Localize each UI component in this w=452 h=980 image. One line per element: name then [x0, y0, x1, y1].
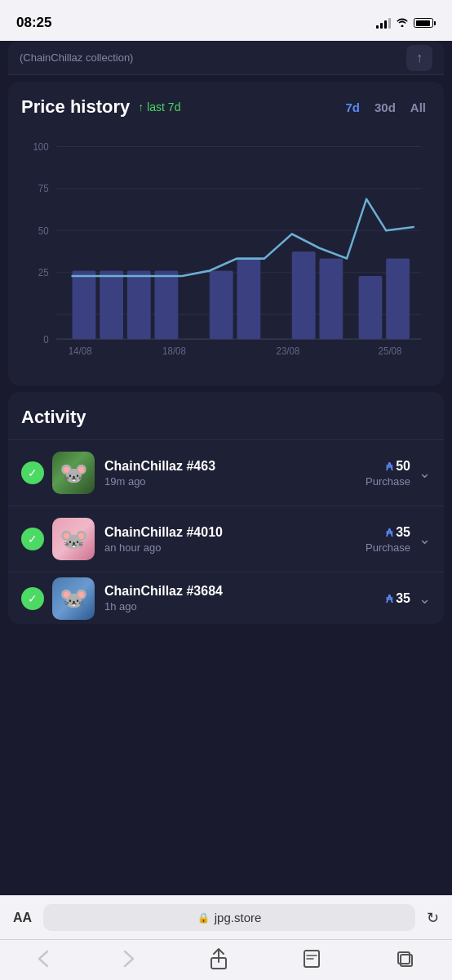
nft-name-1: ChainChillaz #463 [104, 459, 366, 474]
ada-symbol-2: ₳ [386, 527, 392, 539]
svg-rect-20 [386, 259, 410, 340]
nft-time-3: 1h ago [104, 600, 386, 612]
nft-price-value-1: 50 [396, 459, 410, 473]
chart-svg: 100 75 50 25 0 [21, 129, 431, 374]
activity-item[interactable]: ✓ 🐭 ChainChillaz #3684 1h ago ₳ 35 ⌄ [8, 572, 444, 624]
share-button[interactable] [193, 943, 244, 974]
top-partial-card: (ChainChillaz collection) ↑ [8, 41, 444, 75]
trend-badge: ↑ last 7d [138, 100, 180, 114]
status-icons [376, 16, 436, 29]
period-filters: 7d 30d All [340, 97, 431, 118]
chevron-down-icon-2[interactable]: ⌄ [419, 530, 431, 548]
price-chart: 100 75 50 25 0 [21, 129, 431, 374]
status-bar: 08:25 [0, 0, 452, 41]
nft-type-1: Purchase [366, 475, 410, 488]
bottom-navigation [0, 939, 452, 980]
svg-rect-17 [292, 252, 316, 339]
browser-bar: AA 🔒 jpg.store ↻ [0, 895, 452, 939]
check-icon-1: ✓ [21, 461, 44, 484]
svg-text:25: 25 [38, 266, 49, 278]
nft-price-2: ₳ 35 [366, 525, 410, 540]
lock-icon: 🔒 [197, 912, 210, 924]
svg-rect-13 [127, 271, 151, 340]
nft-name-3: ChainChillaz #3684 [104, 584, 386, 599]
nft-type-2: Purchase [366, 541, 410, 554]
nft-thumbnail-2: 🐭 [52, 518, 95, 560]
nft-price-value-2: 35 [396, 525, 410, 539]
activity-title: Activity [8, 407, 444, 439]
nft-info-1: ChainChillaz #463 19m ago [104, 459, 366, 488]
forward-button[interactable] [107, 945, 151, 973]
period-7d[interactable]: 7d [340, 97, 365, 118]
nft-thumbnail-3: 🐭 [52, 577, 95, 620]
nft-info-2: ChainChillaz #4010 an hour ago [104, 525, 366, 554]
nft-image-1: 🐭 [52, 452, 95, 494]
battery-icon [414, 18, 436, 28]
svg-rect-14 [154, 271, 178, 340]
svg-rect-11 [73, 271, 96, 340]
nft-price-3: ₳ 35 [386, 591, 410, 606]
url-text: jpg.store [215, 911, 262, 924]
nft-thumbnail-1: 🐭 [52, 452, 95, 494]
svg-text:18/08: 18/08 [162, 345, 186, 358]
svg-rect-15 [210, 271, 233, 340]
browser-aa-button[interactable]: AA [13, 911, 32, 925]
activity-section: Activity ✓ 🐭 ChainChillaz #463 19m ago ₳… [8, 392, 444, 624]
nft-price-value-3: 35 [396, 591, 410, 605]
ada-symbol-3: ₳ [386, 593, 392, 605]
nft-price-area-3: ₳ 35 [386, 591, 410, 606]
svg-rect-19 [359, 276, 383, 339]
nft-image-3: 🐭 [52, 577, 95, 620]
status-time: 08:25 [16, 15, 51, 31]
activity-item[interactable]: ✓ 🐭 ChainChillaz #4010 an hour ago ₳ 35 … [8, 506, 444, 572]
bookmarks-button[interactable] [286, 944, 337, 973]
svg-rect-16 [237, 259, 260, 340]
check-icon-2: ✓ [21, 528, 44, 550]
nft-time-1: 19m ago [104, 475, 366, 488]
svg-text:75: 75 [38, 183, 49, 195]
nft-price-area-2: ₳ 35 Purchase [366, 525, 410, 554]
nft-time-2: an hour ago [104, 541, 366, 554]
chevron-down-icon-1[interactable]: ⌄ [419, 464, 431, 482]
svg-rect-12 [100, 271, 123, 340]
svg-text:50: 50 [38, 225, 49, 237]
reload-button[interactable]: ↻ [427, 909, 439, 927]
period-30d[interactable]: 30d [370, 97, 401, 118]
price-history-title: Price history [21, 96, 130, 118]
svg-text:23/08: 23/08 [277, 345, 300, 358]
tabs-button[interactable] [379, 944, 431, 973]
svg-text:25/08: 25/08 [379, 345, 402, 358]
price-history-card: Price history ↑ last 7d 7d 30d All 100 7… [8, 82, 444, 385]
browser-url-bar[interactable]: 🔒 jpg.store [43, 904, 415, 931]
wifi-icon [396, 16, 409, 29]
check-icon-3: ✓ [21, 587, 44, 610]
card-header: Price history ↑ last 7d 7d 30d All [21, 96, 431, 118]
signal-icon [376, 17, 391, 29]
activity-item[interactable]: ✓ 🐭 ChainChillaz #463 19m ago ₳ 50 Purch… [8, 439, 444, 506]
svg-text:100: 100 [33, 140, 48, 153]
nft-price-area-1: ₳ 50 Purchase [366, 459, 410, 488]
nft-price-1: ₳ 50 [366, 459, 410, 474]
chevron-down-icon-3[interactable]: ⌄ [419, 590, 431, 608]
svg-text:14/08: 14/08 [69, 345, 92, 358]
back-button[interactable] [21, 945, 65, 973]
nft-image-2: 🐭 [52, 518, 95, 560]
ada-symbol-1: ₳ [386, 461, 392, 473]
share-button[interactable]: ↑ [406, 45, 432, 71]
period-all[interactable]: All [405, 97, 431, 118]
nft-name-2: ChainChillaz #4010 [104, 525, 366, 540]
top-partial-text: (ChainChillaz collection) [20, 51, 133, 64]
svg-rect-18 [319, 259, 343, 340]
nft-info-3: ChainChillaz #3684 1h ago [104, 584, 386, 612]
svg-text:0: 0 [43, 334, 49, 346]
